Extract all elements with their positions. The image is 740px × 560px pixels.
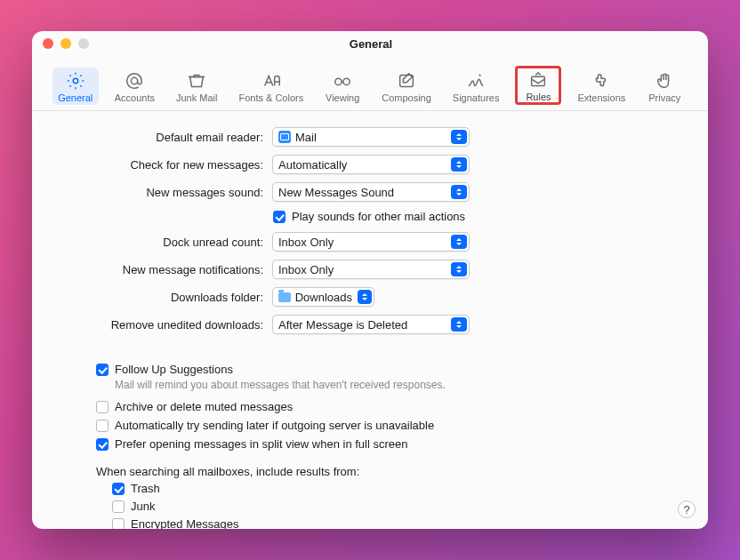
tab-extensions[interactable]: Extensions xyxy=(572,68,631,105)
tab-accounts[interactable]: Accounts xyxy=(109,68,160,105)
mail-app-icon xyxy=(278,131,291,143)
tab-label: Privacy xyxy=(648,92,680,103)
titlebar: General xyxy=(32,31,708,56)
include-junk-label: Junk xyxy=(131,500,155,513)
chevron-updown-icon xyxy=(358,290,372,304)
tab-signatures[interactable]: Signatures xyxy=(447,68,505,105)
select-value: Automatically xyxy=(278,158,347,172)
split-view-label: Prefer opening messages in split view wh… xyxy=(115,437,408,451)
play-sounds-label: Play sounds for other mail actions xyxy=(292,210,465,223)
dock-unread-count-select[interactable]: Inbox Only xyxy=(272,232,470,252)
include-trash-label: Trash xyxy=(131,482,160,495)
rules-icon xyxy=(527,70,550,90)
fonts-icon xyxy=(260,71,283,91)
svg-point-3 xyxy=(343,78,350,84)
include-encrypted-checkbox[interactable] xyxy=(112,518,125,529)
compose-icon xyxy=(395,71,418,91)
include-encrypted-label: Encrypted Messages xyxy=(131,517,238,529)
tab-rules[interactable]: Rules xyxy=(515,66,561,105)
downloads-folder-select[interactable]: Downloads xyxy=(272,287,374,307)
tab-label: Viewing xyxy=(326,92,359,103)
downloads-folder-label: Downloads folder: xyxy=(57,291,263,304)
svg-rect-5 xyxy=(532,76,545,85)
select-value: Inbox Only xyxy=(278,263,334,276)
search-heading: When searching all mailboxes, include re… xyxy=(96,465,683,478)
follow-up-suggestions-label: Follow Up Suggestions xyxy=(115,363,233,376)
at-icon xyxy=(123,71,146,91)
help-button[interactable]: ? xyxy=(678,500,696,518)
split-view-checkbox[interactable] xyxy=(96,438,109,451)
include-junk-checkbox[interactable] xyxy=(112,500,125,513)
window-title: General xyxy=(44,37,697,51)
hand-icon xyxy=(653,71,676,91)
retry-sending-label: Automatically try sending later if outgo… xyxy=(115,419,434,432)
tab-junk-mail[interactable]: Junk Mail xyxy=(171,68,222,105)
trash-icon xyxy=(185,71,208,91)
tab-label: Composing xyxy=(382,92,431,103)
select-value: Downloads xyxy=(295,291,352,304)
svg-point-1 xyxy=(132,77,138,84)
gear-icon xyxy=(64,71,87,91)
archive-muted-label: Archive or delete muted messages xyxy=(115,400,293,413)
puzzle-icon xyxy=(590,71,613,91)
tab-label: Fonts & Colors xyxy=(238,92,303,103)
new-message-notifications-label: New message notifications: xyxy=(57,263,263,276)
tab-general[interactable]: General xyxy=(52,68,99,105)
new-message-notifications-select[interactable]: Inbox Only xyxy=(272,260,470,279)
tab-label: General xyxy=(58,92,92,103)
chevron-updown-icon xyxy=(451,262,467,276)
chevron-updown-icon xyxy=(451,130,467,144)
select-value: After Message is Deleted xyxy=(278,318,407,332)
default-email-reader-select[interactable]: Mail xyxy=(272,127,470,147)
remove-unedited-downloads-select[interactable]: After Message is Deleted xyxy=(272,315,470,334)
tab-viewing[interactable]: Viewing xyxy=(319,68,366,105)
tab-label: Junk Mail xyxy=(176,92,217,103)
check-new-messages-select[interactable]: Automatically xyxy=(272,155,470,174)
include-trash-checkbox[interactable] xyxy=(112,483,125,495)
glasses-icon xyxy=(331,71,354,91)
new-messages-sound-label: New messages sound: xyxy=(57,186,263,199)
check-new-messages-label: Check for new messages: xyxy=(57,158,263,172)
toolbar: General Accounts Junk Mail Fonts & Color… xyxy=(32,56,708,111)
remove-unedited-downloads-label: Remove unedited downloads: xyxy=(57,318,263,332)
tab-composing[interactable]: Composing xyxy=(376,68,437,105)
content-pane: Default email reader: Mail Check for new… xyxy=(32,111,708,529)
retry-sending-checkbox[interactable] xyxy=(96,420,109,432)
dock-unread-count-label: Dock unread count: xyxy=(57,236,263,249)
tab-fonts-colors[interactable]: Fonts & Colors xyxy=(233,68,309,105)
chevron-updown-icon xyxy=(451,235,467,249)
play-sounds-checkbox[interactable] xyxy=(273,211,286,223)
select-value: Inbox Only xyxy=(278,236,334,249)
signature-icon xyxy=(464,71,487,91)
svg-point-2 xyxy=(335,78,342,84)
select-value: Mail xyxy=(295,131,317,144)
select-value: New Messages Sound xyxy=(278,186,394,199)
preferences-window: General General Accounts Junk Mail Fonts… xyxy=(32,31,708,529)
chevron-updown-icon xyxy=(451,185,467,199)
tab-label: Accounts xyxy=(115,92,155,103)
follow-up-suggestions-checkbox[interactable] xyxy=(96,364,109,376)
default-email-reader-label: Default email reader: xyxy=(57,131,263,144)
tab-label: Extensions xyxy=(577,92,625,103)
chevron-updown-icon xyxy=(451,317,467,332)
svg-point-0 xyxy=(73,78,78,84)
chevron-updown-icon xyxy=(451,157,467,172)
tab-label: Signatures xyxy=(453,92,500,103)
help-label: ? xyxy=(683,503,689,516)
tab-privacy[interactable]: Privacy xyxy=(641,68,688,105)
archive-muted-checkbox[interactable] xyxy=(96,401,109,413)
new-messages-sound-select[interactable]: New Messages Sound xyxy=(272,182,470,202)
follow-up-hint: Mail will remind you about messages that… xyxy=(115,379,683,391)
folder-icon xyxy=(278,292,291,302)
tab-label: Rules xyxy=(526,92,551,102)
